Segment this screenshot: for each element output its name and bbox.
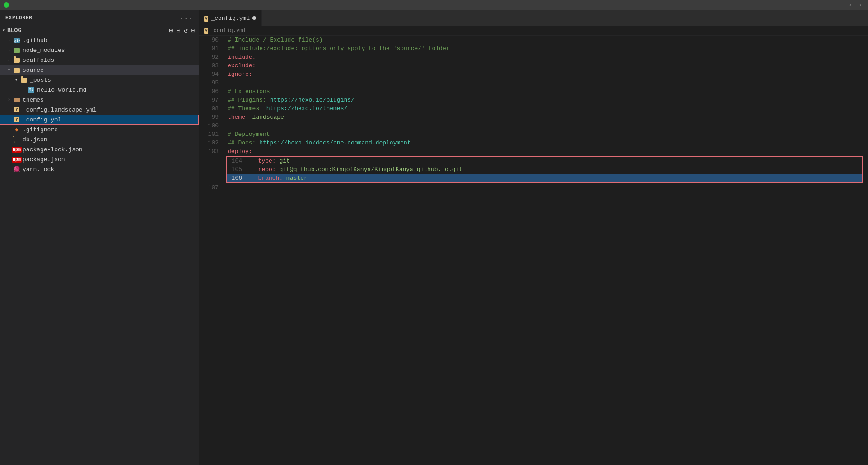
- themes-label: themes: [23, 97, 44, 103]
- line-num-92: 92: [199, 53, 226, 61]
- new-file-icon[interactable]: ⊞: [169, 27, 173, 34]
- line-content-97: ## Plugins: https://hexo.io/plugins/: [226, 96, 868, 104]
- tree-item-config-landscape[interactable]: Y _config.landscape.yml: [0, 105, 199, 115]
- posts-folder-icon: [20, 78, 28, 83]
- line-content-93: exclude:: [226, 61, 868, 70]
- line-content-92: include:: [226, 53, 868, 61]
- back-arrow[interactable]: ‹: [846, 1, 854, 9]
- code-line-103: 103 deploy:: [199, 147, 868, 156]
- gitignore-label: .gitignore: [23, 126, 58, 133]
- line-content-105: repo: git@github.com:KingofKanya/KingofK…: [249, 165, 862, 174]
- node-modules-label: node_modules: [23, 47, 65, 54]
- breadcrumb-text: _config.yml: [210, 28, 246, 34]
- tab-bar: Y _config.yml: [199, 10, 868, 26]
- green-traffic-light[interactable]: [4, 2, 9, 8]
- code-line-105: 105 repo: git@github.com:KingofKanya/Kin…: [227, 165, 862, 174]
- sidebar-header-actions: ...: [179, 14, 193, 22]
- line-content-101: # Deployment: [226, 130, 868, 139]
- refresh-icon[interactable]: ↺: [184, 27, 187, 34]
- tree-item-gitignore[interactable]: ◆ .gitignore: [0, 125, 199, 135]
- code-line-107: 107: [199, 183, 868, 192]
- scaffolds-expand-arrow: ›: [5, 58, 13, 63]
- line-num-90: 90: [199, 36, 226, 44]
- package-lock-icon: npm: [13, 147, 21, 153]
- config-landscape-label: _config.landscape.yml: [23, 107, 97, 113]
- active-tab[interactable]: Y _config.yml: [199, 10, 262, 26]
- code-line-100: 100: [199, 121, 868, 130]
- code-line-92: 92 include:: [199, 53, 868, 61]
- line-content-103: deploy:: [226, 147, 868, 156]
- text-cursor: [308, 175, 308, 181]
- tree-item-hello-world[interactable]: M↓ hello-world.md: [0, 85, 199, 95]
- code-line-101: 101 # Deployment: [199, 130, 868, 139]
- tree-item-package-json[interactable]: npm package.json: [0, 154, 199, 164]
- themes-expand-arrow: ›: [5, 98, 13, 102]
- forward-arrow[interactable]: ›: [856, 1, 864, 9]
- code-line-97: 97 ## Plugins: https://hexo.io/plugins/: [199, 96, 868, 104]
- code-line-90: 90 # Include / Exclude file(s): [199, 36, 868, 44]
- node-expand-arrow: ›: [5, 48, 13, 53]
- line-content-91: ## include:/exclude: options only apply …: [226, 44, 868, 53]
- db-json-label: db.json: [23, 136, 47, 143]
- code-line-96: 96 # Extensions: [199, 87, 868, 96]
- code-line-98: 98 ## Themes: https://hexo.io/themes/: [199, 104, 868, 113]
- code-line-102: 102 ## Docs: https://hexo.io/docs/one-co…: [199, 139, 868, 147]
- more-actions-icon[interactable]: ...: [179, 14, 193, 22]
- explorer-label: EXPLORER: [5, 15, 33, 20]
- root-expand-arrow: ▾: [0, 28, 7, 33]
- collapse-icon[interactable]: ⊟: [191, 27, 195, 34]
- line-num-95: 95: [199, 79, 226, 87]
- sidebar: EXPLORER ... ▾ BLOG ⊞ ⊟ ↺ ⊟ ›: [0, 10, 199, 465]
- new-folder-icon[interactable]: ⊟: [177, 27, 180, 34]
- unsaved-dot: [252, 16, 256, 20]
- tree-item-themes[interactable]: › themes: [0, 95, 199, 105]
- line-num-101: 101: [199, 130, 226, 139]
- tab-yaml-icon: Y: [204, 15, 208, 22]
- tree-item-node-modules[interactable]: › node_modules: [0, 45, 199, 55]
- line-num-94: 94: [199, 70, 226, 79]
- node-folder-icon: [13, 47, 21, 53]
- package-json-icon: npm: [13, 157, 21, 163]
- tree-item-source[interactable]: ▾ source: [0, 65, 199, 75]
- yarn-lock-label: yarn.lock: [23, 166, 54, 173]
- line-num-97: 97: [199, 96, 226, 104]
- tree-item-yarn-lock[interactable]: 🧶 yarn.lock: [0, 164, 199, 174]
- traffic-lights: [4, 2, 9, 8]
- line-content-99: theme: landscape: [226, 113, 868, 121]
- line-content-98: ## Themes: https://hexo.io/themes/: [226, 104, 868, 113]
- breadcrumb-yaml-icon: Y: [204, 28, 208, 34]
- tree-item-posts[interactable]: ▾ _posts: [0, 75, 199, 85]
- code-line-95: 95: [199, 79, 868, 87]
- tree-item-scaffolds[interactable]: › scaffolds: [0, 55, 199, 65]
- line-num-98: 98: [199, 104, 226, 113]
- package-json-label: package.json: [23, 156, 65, 163]
- tree-item-github[interactable]: › git .github: [0, 35, 199, 45]
- file-tree: › git .github › node_modules: [0, 35, 199, 465]
- line-content-102: ## Docs: https://hexo.io/docs/one-comman…: [226, 139, 868, 147]
- line-num-104: 104: [227, 157, 249, 165]
- github-folder-icon: git: [13, 37, 21, 43]
- root-label: BLOG: [7, 27, 21, 34]
- line-content-90: # Include / Exclude file(s): [226, 36, 868, 44]
- tree-item-db-json[interactable]: { } db.json: [0, 135, 199, 144]
- db-json-icon: { }: [13, 134, 21, 145]
- code-line-94: 94 ignore:: [199, 70, 868, 79]
- sidebar-header: EXPLORER ...: [0, 10, 199, 25]
- code-line-106: 106 branch: master: [227, 174, 862, 182]
- title-bar: ‹ ›: [0, 0, 868, 10]
- tree-item-config-yml[interactable]: Y _config.yml: [0, 115, 199, 125]
- line-num-105: 105: [227, 165, 249, 174]
- line-num-93: 93: [199, 61, 226, 70]
- tree-item-package-lock[interactable]: npm package-lock.json: [0, 144, 199, 154]
- config-yml-icon: Y: [13, 117, 21, 122]
- config-landscape-icon: Y: [13, 107, 21, 112]
- github-expand-arrow: ›: [5, 38, 13, 43]
- source-expand-arrow: ▾: [5, 67, 13, 73]
- hello-world-label: hello-world.md: [37, 87, 86, 93]
- package-lock-label: package-lock.json: [23, 146, 83, 153]
- posts-label: _posts: [30, 77, 51, 84]
- line-num-102: 102: [199, 139, 226, 147]
- source-folder-icon: [13, 67, 21, 73]
- code-editor[interactable]: 90 # Include / Exclude file(s) 91 ## inc…: [199, 36, 868, 465]
- root-folder[interactable]: ▾ BLOG ⊞ ⊟ ↺ ⊟: [0, 25, 199, 35]
